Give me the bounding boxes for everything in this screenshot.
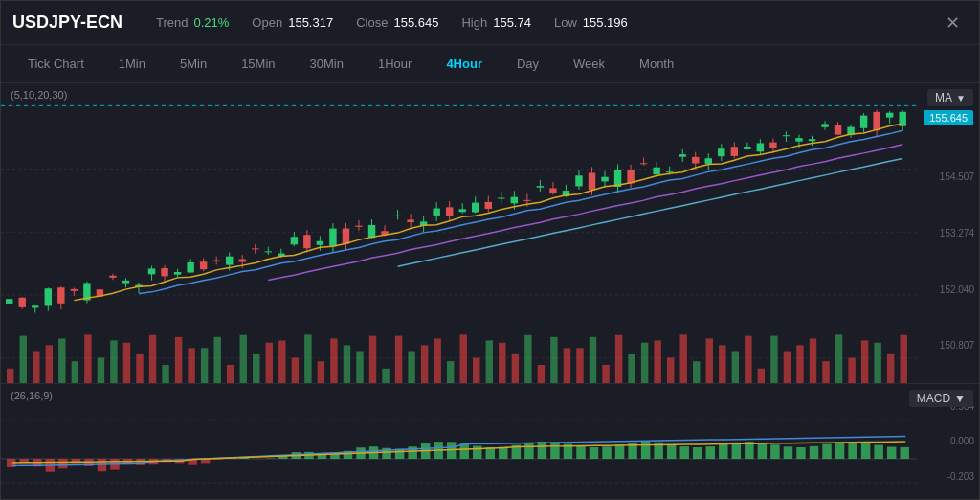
macd-label-text: MACD	[917, 392, 950, 405]
stats-bar: Trend 0.21% Open 155.317 Close 155.645 H…	[156, 15, 938, 30]
tab-15min[interactable]: 15Min	[226, 53, 290, 75]
tab-month[interactable]: Month	[624, 53, 689, 75]
chart-area: (5,10,20,30) MA ▼ 155.645 155.74 154.507…	[1, 83, 979, 499]
ma-label[interactable]: MA ▼	[927, 89, 973, 106]
ma-dropdown-icon: ▼	[956, 93, 966, 103]
price-tick-5: 150.807	[922, 340, 979, 351]
open-stat: Open 155.317	[252, 15, 333, 30]
candlestick-canvas[interactable]	[1, 83, 979, 383]
trend-stat: Trend 0.21%	[156, 15, 229, 30]
open-value: 155.317	[288, 15, 333, 30]
macd-canvas[interactable]	[1, 384, 979, 499]
macd-label[interactable]: MACD ▼	[909, 390, 973, 407]
close-label: Close	[356, 15, 388, 30]
macd-tick-3: -0.203	[922, 471, 979, 482]
close-stat: Close 155.645	[356, 15, 438, 30]
macd-params: (26,16,9)	[11, 390, 53, 401]
ma-indicator: (5,10,20,30)	[11, 89, 67, 101]
tab-30min[interactable]: 30Min	[295, 53, 359, 75]
price-tick-2: 154.507	[922, 171, 979, 182]
tab-5min[interactable]: 5Min	[165, 53, 222, 75]
open-label: Open	[252, 15, 282, 30]
low-label: Low	[554, 15, 577, 30]
tab-day[interactable]: Day	[501, 53, 554, 75]
price-axis: 155.74 154.507 153.274 152.040 150.807	[922, 83, 979, 383]
current-price-label: 155.645	[924, 110, 973, 125]
timeframe-tabs: Tick Chart 1Min 5Min 15Min 30Min 1Hour 4…	[1, 45, 979, 83]
close-button[interactable]: ✕	[938, 9, 968, 37]
macd-tick-2: 0.000	[922, 436, 979, 446]
tab-week[interactable]: Week	[558, 53, 620, 75]
high-stat: High 155.74	[461, 15, 531, 30]
low-stat: Low 155.196	[554, 15, 628, 30]
high-value: 155.74	[493, 15, 531, 30]
trend-label: Trend	[156, 15, 188, 30]
macd-chart[interactable]: (26,16,9) MACD ▼ 0.564 0.000 -0.203	[1, 384, 979, 499]
main-chart[interactable]: (5,10,20,30) MA ▼ 155.645 155.74 154.507…	[1, 83, 979, 384]
tab-1min[interactable]: 1Min	[103, 53, 161, 75]
symbol: USDJPY-ECN	[12, 12, 127, 33]
price-tick-4: 152.040	[922, 284, 979, 295]
tab-tick[interactable]: Tick Chart	[12, 53, 100, 75]
trend-value: 0.21%	[193, 15, 229, 30]
main-container: USDJPY-ECN Trend 0.21% Open 155.317 Clos…	[0, 0, 980, 500]
macd-dropdown-icon: ▼	[954, 392, 966, 405]
low-value: 155.196	[583, 15, 628, 30]
price-tick-3: 153.274	[922, 228, 979, 239]
ma-label-text: MA	[935, 91, 952, 104]
high-label: High	[461, 15, 487, 30]
tab-1hour[interactable]: 1Hour	[363, 53, 427, 75]
header: USDJPY-ECN Trend 0.21% Open 155.317 Clos…	[1, 1, 979, 45]
tab-4hour[interactable]: 4Hour	[431, 53, 498, 75]
close-value: 155.645	[393, 15, 438, 30]
